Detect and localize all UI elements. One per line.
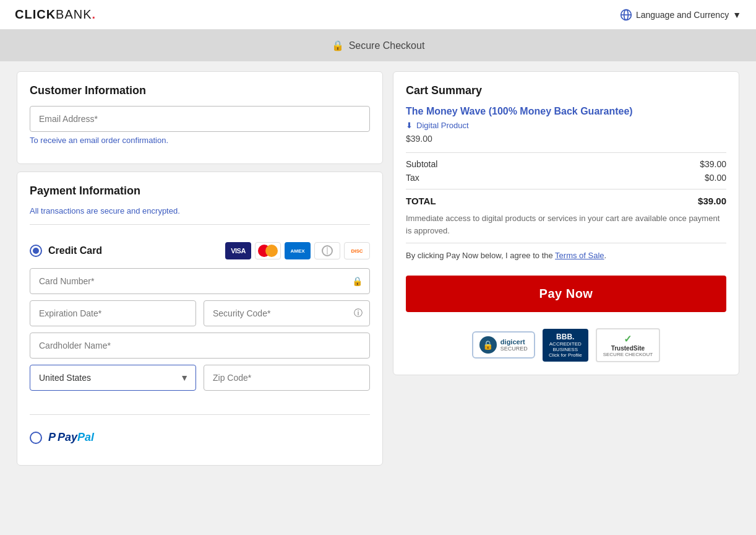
security-code-group: ⓘ (204, 300, 370, 326)
digicert-icon: 🔒 (479, 336, 497, 354)
security-info-icon[interactable]: ⓘ (354, 308, 363, 319)
paypal-option[interactable]: P PayPal (30, 422, 370, 453)
exp-security-row: ⓘ (30, 300, 370, 326)
logo-dot: . (92, 7, 97, 21)
cart-divider-3 (406, 243, 726, 243)
chevron-down-icon: ▼ (732, 10, 741, 20)
paypal-divider (30, 414, 370, 415)
terms-suffix: . (604, 251, 607, 260)
bbb-click: Click for Profile (549, 352, 582, 358)
customer-info-title: Customer Information (30, 84, 370, 97)
country-select[interactable]: United States Canada United Kingdom (30, 365, 196, 391)
card-number-input[interactable] (30, 268, 370, 294)
subtotal-value: $39.00 (700, 159, 726, 169)
expiration-group (30, 300, 196, 326)
globe-icon (620, 9, 632, 21)
tax-row: Tax $0.00 (406, 173, 726, 183)
bbb-text: BBB. (556, 333, 574, 341)
terms-of-sale-link[interactable]: Terms of Sale (555, 251, 604, 260)
digicert-secured: SECURED (500, 346, 528, 352)
clickbank-logo: CLICKBANK. (15, 7, 96, 22)
mastercard-icon (255, 242, 281, 259)
card-lock-icon: 🔒 (352, 276, 363, 286)
pay-now-button[interactable]: Pay Now (406, 276, 726, 312)
discover-icon: DISC (344, 242, 370, 259)
logo-click: CLICK (15, 7, 56, 21)
right-panel: Cart Summary The Money Wave (100% Money … (393, 71, 739, 375)
cart-divider-2 (406, 189, 726, 189)
paypal-p-icon: P (48, 431, 56, 444)
paypal-label: PayPal (58, 431, 94, 444)
country-zip-row: United States Canada United Kingdom ▼ (30, 365, 370, 391)
bbb-business: BUSINESS (553, 347, 578, 352)
cart-divider-1 (406, 152, 726, 153)
credit-card-header: Credit Card VISA AMEX (30, 242, 370, 259)
trusted-secure: SECURE CHECKOUT (603, 352, 653, 357)
total-value: $39.00 (698, 196, 726, 206)
terms-prefix: By clicking Pay Now below, I agree to th… (406, 251, 555, 260)
secure-checkout-text: Secure Checkout (349, 40, 425, 51)
subtotal-label: Subtotal (406, 159, 437, 169)
total-row: TOTAL $39.00 (406, 196, 726, 206)
header: CLICKBANK. Language and Currency ▼ (0, 0, 756, 30)
digicert-name: digicert (500, 338, 528, 346)
logo-bank: BANK (56, 7, 92, 21)
bbb-badge: BBB. ACCREDITED BUSINESS Click for Profi… (543, 329, 588, 362)
product-price: $39.00 (406, 134, 726, 144)
security-code-input[interactable] (204, 300, 370, 326)
credit-card-radio[interactable] (30, 245, 42, 257)
cardholder-group (30, 333, 370, 359)
zip-input[interactable] (204, 365, 370, 391)
cardholder-input[interactable] (30, 333, 370, 359)
trusted-check-icon: ✓ (624, 333, 632, 345)
lang-currency-label: Language and Currency (636, 10, 729, 20)
credit-card-label: Credit Card (48, 245, 102, 256)
digicert-badge: 🔒 digicert SECURED (472, 331, 535, 359)
trust-badges: 🔒 digicert SECURED BBB. ACCREDITED BUSIN… (406, 328, 726, 362)
card-icons: VISA AMEX DIS (225, 242, 370, 259)
payment-info-card: Payment Information All transactions are… (17, 172, 383, 466)
payment-subtitle: All transactions are secure and encrypte… (30, 206, 370, 215)
digital-product-label: ⬇ Digital Product (406, 121, 726, 130)
left-panel: Customer Information To receive an email… (17, 71, 383, 466)
email-hint: To receive an email order confirmation. (30, 136, 370, 145)
zip-group (204, 365, 370, 391)
lock-icon: 🔒 (332, 40, 344, 51)
cart-summary-card: Cart Summary The Money Wave (100% Money … (393, 71, 739, 375)
secure-banner: 🔒 Secure Checkout (0, 30, 756, 61)
bbb-accredited: ACCREDITED (549, 341, 582, 347)
visa-icon: VISA (225, 242, 251, 259)
credit-card-option: Credit Card VISA AMEX (30, 232, 370, 407)
trustedsite-badge: ✓ TrustedSite SECURE CHECKOUT (596, 328, 660, 362)
access-note: Immediate access to digital products or … (406, 212, 726, 237)
product-name: The Money Wave (100% Money Back Guarante… (406, 106, 726, 117)
customer-info-card: Customer Information To receive an email… (17, 71, 383, 164)
paypal-radio[interactable] (30, 432, 42, 444)
total-label: TOTAL (406, 196, 436, 206)
card-number-group: 🔒 (30, 268, 370, 294)
email-input[interactable] (30, 106, 370, 132)
paypal-logo: P PayPal (48, 431, 94, 444)
country-group: United States Canada United Kingdom ▼ (30, 365, 196, 391)
trusted-name: TrustedSite (611, 345, 645, 352)
cart-title: Cart Summary (406, 84, 726, 97)
diners-icon (314, 242, 340, 259)
tax-value: $0.00 (705, 173, 726, 183)
email-form-group: To receive an email order confirmation. (30, 106, 370, 145)
main-container: Customer Information To receive an email… (7, 71, 749, 466)
digicert-text: digicert SECURED (500, 338, 528, 352)
expiration-input[interactable] (30, 300, 196, 326)
payment-info-title: Payment Information (30, 185, 370, 198)
tax-label: Tax (406, 173, 419, 183)
amex-icon: AMEX (285, 242, 311, 259)
subtotal-row: Subtotal $39.00 (406, 159, 726, 169)
language-currency-button[interactable]: Language and Currency ▼ (620, 9, 741, 21)
download-icon: ⬇ (406, 121, 413, 130)
terms-note: By clicking Pay Now below, I agree to th… (406, 250, 726, 262)
payment-divider (30, 224, 370, 225)
